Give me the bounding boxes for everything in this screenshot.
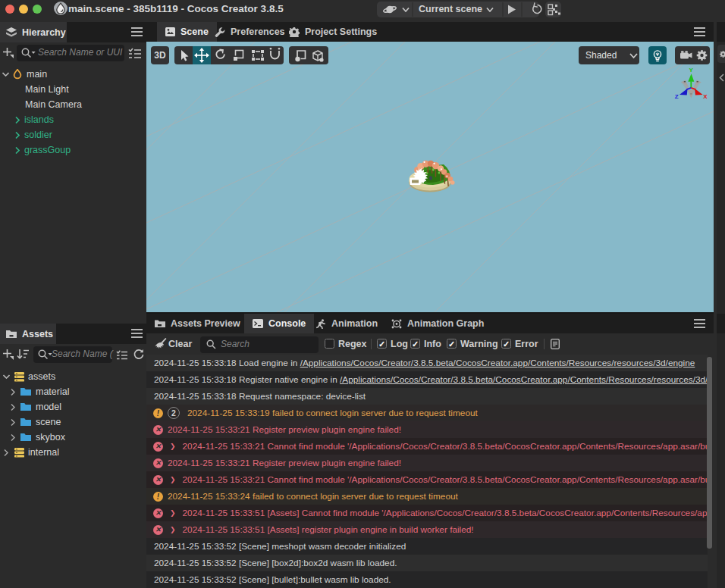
svg-text:X: X [703,93,708,100]
svg-text:Z: Z [675,93,679,100]
